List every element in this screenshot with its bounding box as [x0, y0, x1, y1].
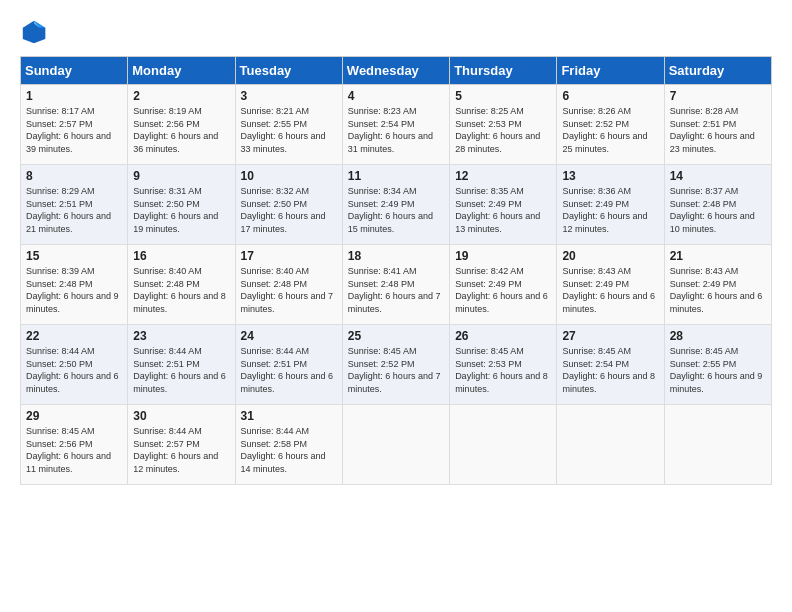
day-info: Sunrise: 8:44 AMSunset: 2:58 PMDaylight:…: [241, 426, 326, 474]
day-info: Sunrise: 8:44 AMSunset: 2:50 PMDaylight:…: [26, 346, 119, 394]
day-number: 18: [348, 249, 444, 263]
day-info: Sunrise: 8:40 AMSunset: 2:48 PMDaylight:…: [241, 266, 334, 314]
calendar-cell: 21Sunrise: 8:43 AMSunset: 2:49 PMDayligh…: [664, 245, 771, 325]
day-number: 14: [670, 169, 766, 183]
day-info: Sunrise: 8:34 AMSunset: 2:49 PMDaylight:…: [348, 186, 433, 234]
calendar-cell: 24Sunrise: 8:44 AMSunset: 2:51 PMDayligh…: [235, 325, 342, 405]
day-number: 6: [562, 89, 658, 103]
calendar-cell: 26Sunrise: 8:45 AMSunset: 2:53 PMDayligh…: [450, 325, 557, 405]
day-number: 2: [133, 89, 229, 103]
day-info: Sunrise: 8:32 AMSunset: 2:50 PMDaylight:…: [241, 186, 326, 234]
calendar-day-header: Thursday: [450, 57, 557, 85]
calendar-cell: 23Sunrise: 8:44 AMSunset: 2:51 PMDayligh…: [128, 325, 235, 405]
calendar-cell: [664, 405, 771, 485]
day-info: Sunrise: 8:40 AMSunset: 2:48 PMDaylight:…: [133, 266, 226, 314]
calendar-cell: 29Sunrise: 8:45 AMSunset: 2:56 PMDayligh…: [21, 405, 128, 485]
calendar-week-row: 15Sunrise: 8:39 AMSunset: 2:48 PMDayligh…: [21, 245, 772, 325]
day-number: 22: [26, 329, 122, 343]
calendar-day-header: Saturday: [664, 57, 771, 85]
calendar-cell: 14Sunrise: 8:37 AMSunset: 2:48 PMDayligh…: [664, 165, 771, 245]
day-number: 31: [241, 409, 337, 423]
day-info: Sunrise: 8:43 AMSunset: 2:49 PMDaylight:…: [562, 266, 655, 314]
calendar-cell: 5Sunrise: 8:25 AMSunset: 2:53 PMDaylight…: [450, 85, 557, 165]
day-number: 12: [455, 169, 551, 183]
calendar-cell: 27Sunrise: 8:45 AMSunset: 2:54 PMDayligh…: [557, 325, 664, 405]
day-info: Sunrise: 8:29 AMSunset: 2:51 PMDaylight:…: [26, 186, 111, 234]
day-number: 29: [26, 409, 122, 423]
day-info: Sunrise: 8:43 AMSunset: 2:49 PMDaylight:…: [670, 266, 763, 314]
day-number: 19: [455, 249, 551, 263]
day-number: 5: [455, 89, 551, 103]
calendar-cell: 30Sunrise: 8:44 AMSunset: 2:57 PMDayligh…: [128, 405, 235, 485]
day-info: Sunrise: 8:21 AMSunset: 2:55 PMDaylight:…: [241, 106, 326, 154]
calendar-day-header: Wednesday: [342, 57, 449, 85]
day-info: Sunrise: 8:44 AMSunset: 2:57 PMDaylight:…: [133, 426, 218, 474]
day-info: Sunrise: 8:44 AMSunset: 2:51 PMDaylight:…: [241, 346, 334, 394]
calendar-cell: 1Sunrise: 8:17 AMSunset: 2:57 PMDaylight…: [21, 85, 128, 165]
day-number: 3: [241, 89, 337, 103]
day-info: Sunrise: 8:36 AMSunset: 2:49 PMDaylight:…: [562, 186, 647, 234]
day-info: Sunrise: 8:44 AMSunset: 2:51 PMDaylight:…: [133, 346, 226, 394]
calendar-cell: 2Sunrise: 8:19 AMSunset: 2:56 PMDaylight…: [128, 85, 235, 165]
day-number: 26: [455, 329, 551, 343]
calendar-week-row: 22Sunrise: 8:44 AMSunset: 2:50 PMDayligh…: [21, 325, 772, 405]
day-number: 9: [133, 169, 229, 183]
calendar-week-row: 8Sunrise: 8:29 AMSunset: 2:51 PMDaylight…: [21, 165, 772, 245]
day-info: Sunrise: 8:39 AMSunset: 2:48 PMDaylight:…: [26, 266, 119, 314]
calendar-cell: 22Sunrise: 8:44 AMSunset: 2:50 PMDayligh…: [21, 325, 128, 405]
calendar-day-header: Tuesday: [235, 57, 342, 85]
calendar-week-row: 29Sunrise: 8:45 AMSunset: 2:56 PMDayligh…: [21, 405, 772, 485]
day-info: Sunrise: 8:45 AMSunset: 2:54 PMDaylight:…: [562, 346, 655, 394]
calendar-cell: 19Sunrise: 8:42 AMSunset: 2:49 PMDayligh…: [450, 245, 557, 325]
logo-icon: [20, 18, 48, 46]
day-info: Sunrise: 8:45 AMSunset: 2:52 PMDaylight:…: [348, 346, 441, 394]
day-number: 17: [241, 249, 337, 263]
calendar-cell: 18Sunrise: 8:41 AMSunset: 2:48 PMDayligh…: [342, 245, 449, 325]
calendar-cell: 11Sunrise: 8:34 AMSunset: 2:49 PMDayligh…: [342, 165, 449, 245]
calendar-header-row: SundayMondayTuesdayWednesdayThursdayFrid…: [21, 57, 772, 85]
calendar-day-header: Sunday: [21, 57, 128, 85]
calendar-cell: 20Sunrise: 8:43 AMSunset: 2:49 PMDayligh…: [557, 245, 664, 325]
day-number: 16: [133, 249, 229, 263]
calendar-cell: 28Sunrise: 8:45 AMSunset: 2:55 PMDayligh…: [664, 325, 771, 405]
calendar-day-header: Friday: [557, 57, 664, 85]
calendar-cell: 31Sunrise: 8:44 AMSunset: 2:58 PMDayligh…: [235, 405, 342, 485]
header: [20, 18, 772, 46]
day-info: Sunrise: 8:35 AMSunset: 2:49 PMDaylight:…: [455, 186, 540, 234]
logo: [20, 18, 54, 46]
day-number: 15: [26, 249, 122, 263]
calendar-table: SundayMondayTuesdayWednesdayThursdayFrid…: [20, 56, 772, 485]
calendar-cell: 9Sunrise: 8:31 AMSunset: 2:50 PMDaylight…: [128, 165, 235, 245]
calendar-cell: [450, 405, 557, 485]
calendar-cell: [557, 405, 664, 485]
calendar-cell: 16Sunrise: 8:40 AMSunset: 2:48 PMDayligh…: [128, 245, 235, 325]
day-info: Sunrise: 8:37 AMSunset: 2:48 PMDaylight:…: [670, 186, 755, 234]
calendar-cell: 15Sunrise: 8:39 AMSunset: 2:48 PMDayligh…: [21, 245, 128, 325]
day-number: 11: [348, 169, 444, 183]
calendar-cell: 25Sunrise: 8:45 AMSunset: 2:52 PMDayligh…: [342, 325, 449, 405]
calendar-week-row: 1Sunrise: 8:17 AMSunset: 2:57 PMDaylight…: [21, 85, 772, 165]
day-info: Sunrise: 8:45 AMSunset: 2:53 PMDaylight:…: [455, 346, 548, 394]
calendar-cell: 8Sunrise: 8:29 AMSunset: 2:51 PMDaylight…: [21, 165, 128, 245]
calendar-cell: 3Sunrise: 8:21 AMSunset: 2:55 PMDaylight…: [235, 85, 342, 165]
calendar-cell: 10Sunrise: 8:32 AMSunset: 2:50 PMDayligh…: [235, 165, 342, 245]
page: SundayMondayTuesdayWednesdayThursdayFrid…: [0, 0, 792, 612]
day-number: 25: [348, 329, 444, 343]
day-info: Sunrise: 8:17 AMSunset: 2:57 PMDaylight:…: [26, 106, 111, 154]
day-number: 1: [26, 89, 122, 103]
day-info: Sunrise: 8:42 AMSunset: 2:49 PMDaylight:…: [455, 266, 548, 314]
calendar-cell: 17Sunrise: 8:40 AMSunset: 2:48 PMDayligh…: [235, 245, 342, 325]
calendar-cell: 12Sunrise: 8:35 AMSunset: 2:49 PMDayligh…: [450, 165, 557, 245]
calendar-cell: 7Sunrise: 8:28 AMSunset: 2:51 PMDaylight…: [664, 85, 771, 165]
day-number: 23: [133, 329, 229, 343]
day-info: Sunrise: 8:28 AMSunset: 2:51 PMDaylight:…: [670, 106, 755, 154]
calendar-day-header: Monday: [128, 57, 235, 85]
day-info: Sunrise: 8:23 AMSunset: 2:54 PMDaylight:…: [348, 106, 433, 154]
day-info: Sunrise: 8:45 AMSunset: 2:55 PMDaylight:…: [670, 346, 763, 394]
day-number: 8: [26, 169, 122, 183]
day-number: 27: [562, 329, 658, 343]
day-info: Sunrise: 8:26 AMSunset: 2:52 PMDaylight:…: [562, 106, 647, 154]
calendar-cell: [342, 405, 449, 485]
day-info: Sunrise: 8:25 AMSunset: 2:53 PMDaylight:…: [455, 106, 540, 154]
calendar-cell: 13Sunrise: 8:36 AMSunset: 2:49 PMDayligh…: [557, 165, 664, 245]
